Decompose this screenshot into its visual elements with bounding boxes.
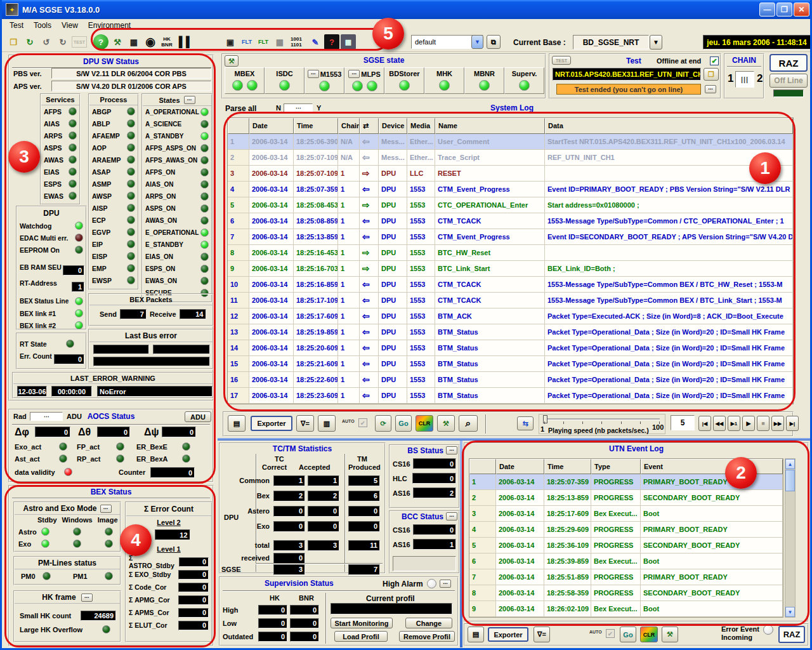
utn-tools-icon[interactable]: ⚒ — [662, 627, 678, 642]
utn-col-date[interactable]: Date — [496, 459, 544, 474]
nav-forward-button[interactable]: ▶▶ — [771, 416, 784, 431]
chip-icon[interactable]: ▦ — [126, 34, 141, 50]
nav-stop-button[interactable]: ■ — [757, 416, 769, 431]
chain-selector[interactable]: ||| — [735, 71, 754, 88]
page-number-field[interactable]: 5 — [671, 415, 695, 430]
utn-row[interactable]: 4 2006-03-14 18:25:29-609 PROGRESS PRIMA… — [469, 522, 783, 538]
current-base-value[interactable]: BD_SGSE_NRT — [573, 35, 649, 50]
raz-button[interactable]: RAZ — [769, 54, 808, 72]
system-log-row[interactable]: 14 2006-03-14 18:25:20-609 1 ⇦ DPU 1553 … — [228, 340, 793, 356]
system-log-row[interactable]: 5 2006-03-14 18:25:08-453 1 ⇨ DPU 1553 C… — [228, 197, 793, 213]
astro-exo-more-button[interactable]: ... — [100, 505, 112, 513]
utn-row[interactable]: 6 2006-03-14 18:25:39-859 Bex Execut... … — [469, 554, 783, 569]
nav-play-button[interactable]: ▶ — [742, 416, 755, 431]
test-status-more-button[interactable]: ... — [705, 85, 716, 93]
system-log-row[interactable]: 9 2006-03-14 18:25:16-703 1 ⇨ DPU 1553 B… — [228, 261, 793, 277]
parse-slider[interactable]: ⋯ — [284, 103, 313, 113]
m1553-more-button[interactable]: ... — [308, 70, 319, 78]
calculator-icon[interactable]: ▦ — [341, 34, 356, 50]
horizontal-splitter[interactable] — [218, 438, 812, 441]
pen-icon[interactable]: ✎ — [308, 34, 323, 50]
system-log-row[interactable]: 16 2006-03-14 18:25:22-609 1 ⇦ DPU 1553 … — [228, 372, 793, 388]
system-log-row[interactable]: 2 2006-03-14 18:25:07-109 N/A ⇦ Mess... … — [228, 150, 793, 166]
utn-row[interactable]: 5 2006-03-14 18:25:36-109 PROGRESS SECON… — [469, 538, 783, 554]
start-monitoring-button[interactable]: Start Monitoring — [331, 618, 393, 628]
utn-row[interactable]: 8 2006-03-14 18:25:58-359 PROGRESS SECON… — [469, 585, 783, 601]
refresh-db-icon[interactable]: ↻ — [22, 34, 37, 50]
minimize-button[interactable]: — — [759, 3, 775, 17]
mlps-more-button[interactable]: ... — [348, 70, 360, 78]
open-test-file-icon[interactable]: ❒ — [704, 68, 719, 81]
bcc-more-button[interactable]: ... — [446, 512, 457, 521]
search-icon[interactable]: ⌕ — [459, 415, 478, 432]
utn-row[interactable]: 7 2006-03-14 18:25:51-859 PROGRESS PRIMA… — [469, 569, 783, 585]
offline-button[interactable]: Off Line — [769, 74, 808, 88]
utn-col-type[interactable]: Type — [591, 459, 641, 474]
remove-profil-button[interactable]: Remove Profil — [399, 631, 455, 642]
error-help-icon[interactable]: ? — [324, 34, 339, 50]
filter-icon[interactable]: ∇= — [296, 415, 314, 432]
nav-step-button[interactable]: ▶1 — [728, 416, 740, 431]
maximize-button[interactable]: ❐ — [776, 3, 792, 17]
utn-clr-icon[interactable]: CLR — [640, 627, 658, 642]
menu-environment[interactable]: Environment — [83, 20, 136, 31]
utn-row[interactable]: 3 2006-03-14 18:25:17-609 Bex Execut... … — [469, 506, 783, 522]
col-blank[interactable] — [228, 118, 249, 134]
load-profil-button[interactable]: Load Profil — [334, 631, 388, 642]
utn-autoscroll-icon[interactable]: AUTO — [589, 630, 602, 634]
bits-icon[interactable]: 1001 1101 — [289, 34, 304, 50]
col-media[interactable]: Media — [407, 118, 435, 134]
open-folder-icon[interactable]: ❒ — [6, 34, 21, 50]
bs-more-button[interactable]: ... — [446, 446, 457, 454]
redo-icon[interactable]: ↻ — [55, 34, 70, 50]
go-icon[interactable]: Go — [395, 415, 412, 432]
utn-col-blank[interactable] — [469, 459, 496, 474]
system-log-row[interactable]: 3 2006-03-14 18:25:07-109 1 ⇨ DPU LLC RE… — [228, 166, 793, 182]
utn-print-icon[interactable]: ▤ — [468, 627, 484, 642]
col-direction-icon[interactable]: ⇄ — [360, 118, 379, 134]
col-time[interactable]: Time — [294, 118, 338, 134]
nav-first-button[interactable]: |◀ — [698, 416, 711, 431]
system-log-row[interactable]: 6 2006-03-14 18:25:08-859 1 ⇦ DPU 1553 C… — [228, 213, 793, 229]
col-date[interactable]: Date — [249, 118, 294, 134]
copy-profile-button[interactable]: ⧉ — [487, 35, 501, 49]
utn-raz-button[interactable]: RAZ — [778, 626, 805, 643]
tools-icon[interactable]: ⚒ — [110, 34, 125, 50]
utn-scrollbar[interactable]: ▲ ▼ — [785, 458, 796, 618]
system-log-row[interactable]: 1 2006-03-14 18:25:06-390 N/A ⇦ Mess... … — [228, 134, 793, 150]
trash-icon[interactable]: ▥ — [318, 415, 336, 432]
scroll-down-icon[interactable]: ▼ — [785, 607, 795, 617]
autoscroll-checkbox[interactable]: ✔ — [358, 418, 367, 427]
utn-filter-icon[interactable]: ∇= — [534, 627, 550, 642]
playing-speed-slider[interactable]: 1 Playing speed (nb packets/sec.) 100 — [539, 414, 665, 434]
vertical-splitter[interactable] — [460, 441, 462, 647]
nav-last-button[interactable]: ▶| — [786, 416, 799, 431]
col-chain[interactable]: Chain — [338, 118, 360, 134]
system-log-row[interactable]: 13 2006-03-14 18:25:19-859 1 ⇦ DPU 1553 … — [228, 324, 793, 340]
combobox-arrow-icon[interactable]: ▼ — [471, 35, 483, 49]
menu-tools[interactable]: Tools — [29, 20, 56, 31]
scroll-thumb[interactable] — [785, 470, 795, 491]
close-button[interactable]: ✕ — [794, 3, 809, 17]
memory-chip-icon[interactable]: ▦ — [272, 34, 287, 50]
export-disk-icon[interactable]: ▣ — [223, 34, 238, 50]
rad-adu-slider[interactable]: ⋯ — [30, 412, 63, 421]
exporter-button[interactable]: Exporter — [251, 416, 292, 431]
system-log-row[interactable]: 7 2006-03-14 18:25:13-859 1 ⇦ DPU 1553 C… — [228, 229, 793, 245]
nav-rewind-button[interactable]: ◀◀ — [713, 416, 726, 431]
states-more-button[interactable]: ... — [184, 96, 195, 104]
system-log-row[interactable]: 8 2006-03-14 18:25:16-453 1 ⇨ DPU 1553 B… — [228, 245, 793, 261]
system-log-row[interactable]: 15 2006-03-14 18:25:21-609 1 ⇦ DPU 1553 … — [228, 356, 793, 372]
log-tools-icon[interactable]: ⚒ — [437, 415, 455, 432]
change-button[interactable]: Change — [405, 618, 452, 628]
help-icon[interactable]: ? — [93, 34, 108, 50]
offline-at-end-checkbox[interactable]: ✔ — [710, 56, 719, 65]
system-log-row[interactable]: 4 2006-03-14 18:25:07-359 1 ⇦ DPU 1553 C… — [228, 182, 793, 197]
print-icon[interactable]: ▤ — [228, 415, 246, 432]
utn-col-event[interactable]: Event — [641, 459, 783, 474]
utn-exporter-button[interactable]: Exporter — [488, 627, 528, 642]
utn-go-icon[interactable]: Go — [620, 627, 636, 642]
utn-autoscroll-checkbox[interactable]: ✔ — [606, 629, 615, 638]
flt-check-icon[interactable]: FLT — [239, 34, 254, 50]
undo-icon[interactable]: ↺ — [39, 34, 54, 50]
